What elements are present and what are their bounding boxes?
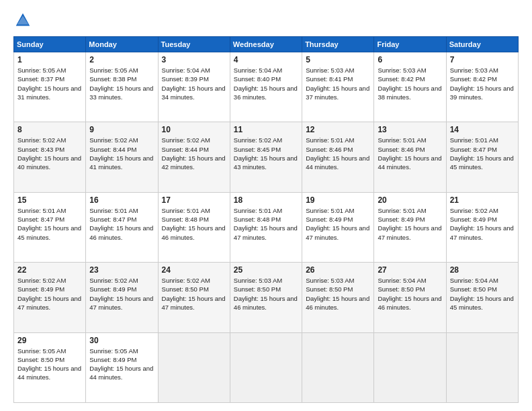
logo xyxy=(13,11,35,30)
empty-cell xyxy=(230,332,302,402)
page: SundayMondayTuesdayWednesdayThursdayFrid… xyxy=(0,0,532,411)
calendar-day-23: 23 Sunrise: 5:02 AM Sunset: 8:49 PM Dayl… xyxy=(86,263,158,332)
calendar-week-5: 29 Sunrise: 5:05 AM Sunset: 8:50 PM Dayl… xyxy=(14,332,519,402)
col-header-tuesday: Tuesday xyxy=(158,37,230,52)
day-number: 4 xyxy=(234,55,298,64)
calendar-day-7: 7 Sunrise: 5:03 AM Sunset: 8:42 PM Dayli… xyxy=(446,52,518,122)
empty-cell xyxy=(446,332,518,402)
day-number: 22 xyxy=(17,265,82,275)
day-info: Sunrise: 5:03 AM Sunset: 8:42 PM Dayligh… xyxy=(450,66,515,101)
day-number: 27 xyxy=(378,265,442,275)
day-info: Sunrise: 5:01 AM Sunset: 8:49 PM Dayligh… xyxy=(378,206,442,242)
day-info: Sunrise: 5:05 AM Sunset: 8:50 PM Dayligh… xyxy=(17,347,82,382)
day-info: Sunrise: 5:04 AM Sunset: 8:39 PM Dayligh… xyxy=(162,66,226,101)
day-number: 19 xyxy=(306,195,370,205)
calendar-day-1: 1 Sunrise: 5:05 AM Sunset: 8:37 PM Dayli… xyxy=(14,52,86,122)
day-number: 25 xyxy=(234,265,298,275)
day-number: 11 xyxy=(234,125,298,134)
calendar-day-13: 13 Sunrise: 5:01 AM Sunset: 8:46 PM Dayl… xyxy=(374,122,446,192)
day-number: 8 xyxy=(17,125,82,134)
day-info: Sunrise: 5:03 AM Sunset: 8:50 PM Dayligh… xyxy=(306,276,370,312)
day-info: Sunrise: 5:02 AM Sunset: 8:49 PM Dayligh… xyxy=(450,206,515,242)
col-header-friday: Friday xyxy=(374,37,446,52)
day-number: 18 xyxy=(234,195,298,205)
day-number: 9 xyxy=(89,125,154,134)
day-number: 5 xyxy=(306,55,370,64)
day-info: Sunrise: 5:04 AM Sunset: 8:50 PM Dayligh… xyxy=(450,276,515,312)
day-info: Sunrise: 5:04 AM Sunset: 8:40 PM Dayligh… xyxy=(234,66,298,101)
logo-icon xyxy=(13,11,32,30)
day-number: 24 xyxy=(162,265,226,275)
day-info: Sunrise: 5:01 AM Sunset: 8:47 PM Dayligh… xyxy=(89,206,154,242)
day-info: Sunrise: 5:02 AM Sunset: 8:45 PM Dayligh… xyxy=(234,136,298,171)
calendar-day-11: 11 Sunrise: 5:02 AM Sunset: 8:45 PM Dayl… xyxy=(230,122,302,192)
calendar-day-29: 29 Sunrise: 5:05 AM Sunset: 8:50 PM Dayl… xyxy=(14,332,86,402)
day-info: Sunrise: 5:05 AM Sunset: 8:37 PM Dayligh… xyxy=(17,66,82,101)
calendar-day-26: 26 Sunrise: 5:03 AM Sunset: 8:50 PM Dayl… xyxy=(302,263,374,332)
day-info: Sunrise: 5:02 AM Sunset: 8:49 PM Dayligh… xyxy=(17,276,82,312)
header xyxy=(13,11,519,30)
col-header-saturday: Saturday xyxy=(446,37,518,52)
day-number: 3 xyxy=(162,55,226,64)
day-info: Sunrise: 5:05 AM Sunset: 8:38 PM Dayligh… xyxy=(89,66,154,101)
day-number: 14 xyxy=(450,125,515,134)
col-header-thursday: Thursday xyxy=(302,37,374,52)
day-number: 12 xyxy=(306,125,370,134)
svg-marker-1 xyxy=(17,15,29,24)
calendar-day-6: 6 Sunrise: 5:03 AM Sunset: 8:42 PM Dayli… xyxy=(374,52,446,122)
col-header-wednesday: Wednesday xyxy=(230,37,302,52)
calendar-day-30: 30 Sunrise: 5:05 AM Sunset: 8:49 PM Dayl… xyxy=(86,332,158,402)
calendar-day-15: 15 Sunrise: 5:01 AM Sunset: 8:47 PM Dayl… xyxy=(14,192,86,262)
calendar-day-3: 3 Sunrise: 5:04 AM Sunset: 8:39 PM Dayli… xyxy=(158,52,230,122)
day-number: 26 xyxy=(306,265,370,275)
day-number: 1 xyxy=(17,55,82,64)
day-info: Sunrise: 5:03 AM Sunset: 8:42 PM Dayligh… xyxy=(378,66,442,101)
calendar-day-9: 9 Sunrise: 5:02 AM Sunset: 8:44 PM Dayli… xyxy=(86,122,158,192)
day-info: Sunrise: 5:04 AM Sunset: 8:50 PM Dayligh… xyxy=(378,276,442,312)
calendar-day-8: 8 Sunrise: 5:02 AM Sunset: 8:43 PM Dayli… xyxy=(14,122,86,192)
calendar-day-18: 18 Sunrise: 5:01 AM Sunset: 8:48 PM Dayl… xyxy=(230,192,302,262)
day-number: 2 xyxy=(89,55,154,64)
day-number: 7 xyxy=(450,55,515,64)
calendar-week-1: 1 Sunrise: 5:05 AM Sunset: 8:37 PM Dayli… xyxy=(14,52,519,122)
day-info: Sunrise: 5:02 AM Sunset: 8:43 PM Dayligh… xyxy=(17,136,82,171)
calendar-day-2: 2 Sunrise: 5:05 AM Sunset: 8:38 PM Dayli… xyxy=(86,52,158,122)
calendar-header-row: SundayMondayTuesdayWednesdayThursdayFrid… xyxy=(14,37,519,52)
calendar-day-19: 19 Sunrise: 5:01 AM Sunset: 8:49 PM Dayl… xyxy=(302,192,374,262)
day-info: Sunrise: 5:01 AM Sunset: 8:49 PM Dayligh… xyxy=(306,206,370,242)
day-number: 30 xyxy=(89,336,154,345)
day-number: 16 xyxy=(89,195,154,205)
day-info: Sunrise: 5:02 AM Sunset: 8:49 PM Dayligh… xyxy=(89,276,154,312)
day-info: Sunrise: 5:02 AM Sunset: 8:44 PM Dayligh… xyxy=(89,136,154,171)
calendar-day-14: 14 Sunrise: 5:01 AM Sunset: 8:47 PM Dayl… xyxy=(446,122,518,192)
day-info: Sunrise: 5:02 AM Sunset: 8:50 PM Dayligh… xyxy=(162,276,226,312)
day-number: 23 xyxy=(89,265,154,275)
empty-cell xyxy=(374,332,446,402)
day-number: 17 xyxy=(162,195,226,205)
day-number: 15 xyxy=(17,195,82,205)
calendar-day-28: 28 Sunrise: 5:04 AM Sunset: 8:50 PM Dayl… xyxy=(446,263,518,332)
calendar-week-3: 15 Sunrise: 5:01 AM Sunset: 8:47 PM Dayl… xyxy=(14,192,519,262)
empty-cell xyxy=(302,332,374,402)
calendar-day-27: 27 Sunrise: 5:04 AM Sunset: 8:50 PM Dayl… xyxy=(374,263,446,332)
calendar-day-10: 10 Sunrise: 5:02 AM Sunset: 8:44 PM Dayl… xyxy=(158,122,230,192)
calendar-day-20: 20 Sunrise: 5:01 AM Sunset: 8:49 PM Dayl… xyxy=(374,192,446,262)
day-info: Sunrise: 5:02 AM Sunset: 8:44 PM Dayligh… xyxy=(162,136,226,171)
calendar-day-24: 24 Sunrise: 5:02 AM Sunset: 8:50 PM Dayl… xyxy=(158,263,230,332)
day-number: 21 xyxy=(450,195,515,205)
col-header-monday: Monday xyxy=(86,37,158,52)
calendar-day-5: 5 Sunrise: 5:03 AM Sunset: 8:41 PM Dayli… xyxy=(302,52,374,122)
day-number: 28 xyxy=(450,265,515,275)
day-number: 29 xyxy=(17,336,82,345)
day-info: Sunrise: 5:01 AM Sunset: 8:47 PM Dayligh… xyxy=(17,206,82,242)
day-info: Sunrise: 5:03 AM Sunset: 8:41 PM Dayligh… xyxy=(306,66,370,101)
day-number: 10 xyxy=(162,125,226,134)
day-info: Sunrise: 5:01 AM Sunset: 8:48 PM Dayligh… xyxy=(234,206,298,242)
calendar-day-16: 16 Sunrise: 5:01 AM Sunset: 8:47 PM Dayl… xyxy=(86,192,158,262)
day-info: Sunrise: 5:05 AM Sunset: 8:49 PM Dayligh… xyxy=(89,347,154,382)
day-info: Sunrise: 5:01 AM Sunset: 8:48 PM Dayligh… xyxy=(162,206,226,242)
day-number: 20 xyxy=(378,195,442,205)
calendar-day-21: 21 Sunrise: 5:02 AM Sunset: 8:49 PM Dayl… xyxy=(446,192,518,262)
calendar-week-2: 8 Sunrise: 5:02 AM Sunset: 8:43 PM Dayli… xyxy=(14,122,519,192)
day-number: 13 xyxy=(378,125,442,134)
